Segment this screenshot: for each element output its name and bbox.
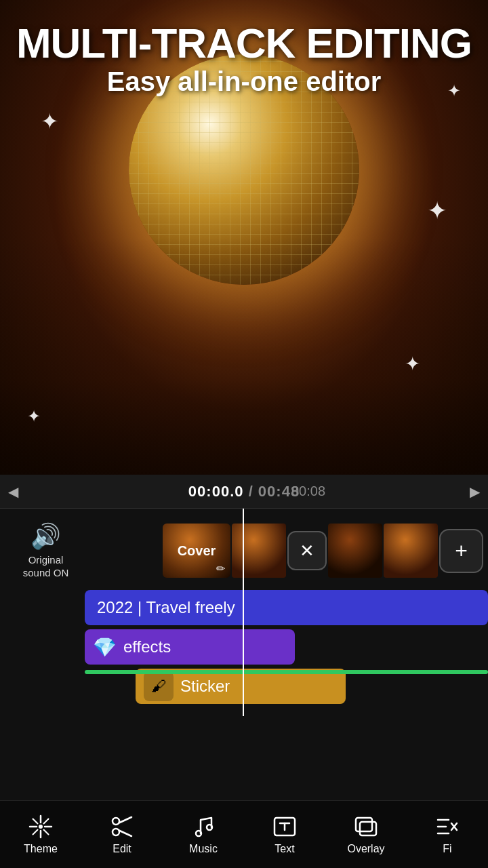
sparkle-3-icon: ✦ — [427, 197, 447, 225]
scissors-icon — [110, 814, 134, 839]
toolbar-label-music: Music — [189, 843, 218, 855]
music-note-icon — [191, 814, 216, 839]
timecode-display: 00:00.0 / 00:48 — [188, 483, 300, 500]
svg-line-12 — [119, 830, 132, 836]
scrubber-right-arrow-icon[interactable]: ▶ — [470, 484, 480, 500]
video-thumb-3[interactable] — [384, 524, 438, 578]
timecode-marker: 00:08 — [291, 484, 325, 499]
original-sound-text: Original sound ON — [23, 553, 69, 580]
toolbar-label-text: Text — [274, 843, 294, 855]
cover-clip-label: Cover — [163, 543, 230, 559]
video-title-main: MULTI-TRACK EDITING — [0, 20, 488, 66]
video-preview: ✦ ✦ ✦ ✦ ✦ MULTI-TRACK EDITING Easy all-i… — [0, 0, 488, 475]
scrubber-left-arrow-icon[interactable]: ◀ — [8, 484, 18, 500]
clips-row: Cover ✏ ✕ + — [163, 524, 483, 578]
svg-rect-18 — [356, 818, 372, 831]
original-sound-track: 🔊 Original sound ON Cover ✏ — [0, 517, 488, 585]
svg-line-5 — [44, 829, 49, 834]
svg-point-13 — [196, 831, 201, 836]
add-clip-icon: + — [455, 538, 468, 564]
sticker-paintbrush-icon: 🖌 — [151, 677, 166, 695]
playhead — [243, 509, 244, 716]
toolbar-label-fx: Fi — [443, 843, 451, 855]
svg-point-14 — [207, 825, 212, 830]
svg-line-7 — [33, 829, 38, 834]
fx-icon — [435, 814, 460, 839]
video-thumb-2[interactable] — [328, 524, 382, 578]
text-track-content: 2022 | Travel freely — [97, 598, 235, 617]
toolbar-item-fx[interactable]: Fi — [413, 814, 481, 855]
video-title-sub: Easy all-in-one editor — [0, 66, 488, 97]
svg-point-9 — [113, 829, 119, 835]
timecode-divider: / — [249, 483, 258, 500]
sticker-label: Sticker — [180, 677, 230, 696]
toolbar-item-edit[interactable]: Edit — [88, 814, 156, 855]
sparkle-wand-icon — [28, 814, 53, 839]
clip-cut-button[interactable]: ✕ — [287, 531, 327, 570]
toolbar-item-music[interactable]: Music — [169, 814, 237, 855]
timeline-section: ◀ 00:00.0 / 00:48 00:08 ▶ 🔊 Original sou… — [0, 475, 488, 868]
svg-line-6 — [44, 818, 49, 823]
green-progress-bar — [85, 670, 488, 674]
clip-cut-icon: ✕ — [300, 540, 314, 561]
timeline-scrubber[interactable]: ◀ 00:00.0 / 00:48 00:08 ▶ — [0, 475, 488, 509]
sparkle-4-icon: ✦ — [405, 353, 420, 375]
toolbar-label-edit: Edit — [113, 843, 131, 855]
svg-rect-19 — [360, 822, 376, 835]
text-box-icon — [272, 814, 297, 839]
clip-edit-icon: ✏ — [216, 562, 225, 575]
toolbar-label-overlay: Overlay — [347, 843, 384, 855]
svg-line-4 — [33, 818, 38, 823]
video-thumb-1[interactable] — [232, 524, 286, 578]
overlay-icon — [354, 814, 378, 839]
toolbar-item-overlay[interactable]: Overlay — [332, 814, 400, 855]
text-track[interactable]: 2022 | Travel freely — [85, 590, 488, 625]
sparkle-1-icon: ✦ — [41, 108, 59, 134]
cover-clip[interactable]: Cover ✏ — [163, 524, 230, 578]
timecode-current: 00:00 — [188, 483, 230, 500]
toolbar-item-text[interactable]: Text — [251, 814, 319, 855]
effects-gem-icon: 💎 — [93, 636, 117, 658]
effects-track[interactable]: 💎 effects — [85, 629, 295, 665]
effects-label: effects — [123, 637, 171, 656]
svg-line-11 — [119, 817, 132, 823]
add-clip-button[interactable]: + — [439, 529, 483, 573]
sticker-icon-box: 🖌 — [144, 671, 174, 701]
bottom-toolbar: Theme Edit Music — [0, 800, 488, 868]
svg-point-8 — [39, 825, 43, 829]
sparkle-5-icon: ✦ — [27, 407, 41, 426]
toolbar-label-theme: Theme — [24, 843, 58, 855]
timecode-fraction: .0 — [230, 483, 243, 500]
toolbar-item-theme[interactable]: Theme — [7, 814, 75, 855]
title-overlay: MULTI-TRACK EDITING Easy all-in-one edit… — [0, 20, 488, 97]
original-sound-label[interactable]: 🔊 Original sound ON — [7, 522, 85, 580]
speaker-icon: 🔊 — [30, 522, 61, 551]
svg-point-10 — [113, 818, 119, 825]
track-area: 🔊 Original sound ON Cover ✏ — [0, 509, 488, 716]
